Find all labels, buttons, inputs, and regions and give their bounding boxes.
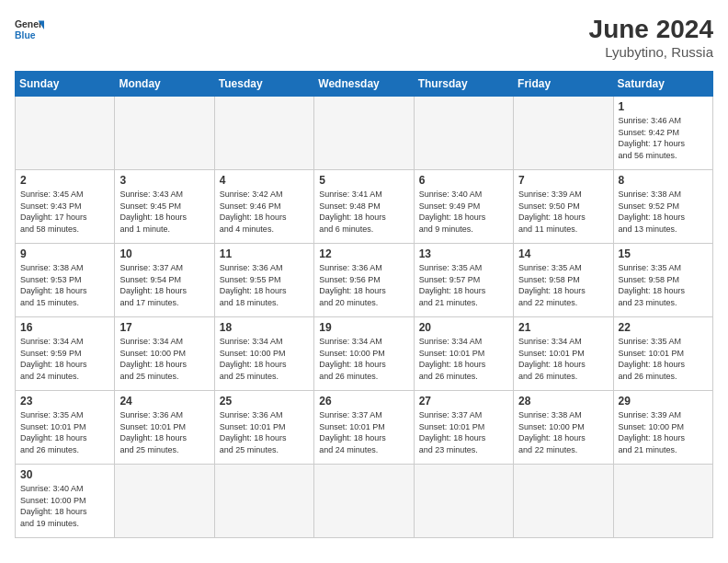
table-row: 1Sunrise: 3:46 AMSunset: 9:42 PMDaylight… bbox=[613, 97, 712, 170]
table-row: 18Sunrise: 3:34 AMSunset: 10:00 PMDaylig… bbox=[214, 317, 313, 391]
header-monday: Monday bbox=[115, 72, 214, 97]
table-row: 20Sunrise: 3:34 AMSunset: 10:01 PMDaylig… bbox=[414, 317, 513, 391]
logo-icon: General Blue bbox=[15, 15, 44, 44]
title-block: June 2024 Lyubytino, Russia bbox=[589, 15, 713, 60]
month-year-title: June 2024 bbox=[589, 15, 713, 44]
table-row bbox=[414, 465, 513, 538]
table-row bbox=[16, 97, 115, 170]
calendar-row: 16Sunrise: 3:34 AMSunset: 9:59 PMDayligh… bbox=[16, 317, 713, 391]
table-row: 9Sunrise: 3:38 AMSunset: 9:53 PMDaylight… bbox=[16, 244, 115, 317]
calendar-row: 30Sunrise: 3:40 AMSunset: 10:00 PMDaylig… bbox=[16, 465, 713, 538]
table-row: 22Sunrise: 3:35 AMSunset: 10:01 PMDaylig… bbox=[613, 317, 712, 391]
table-row: 14Sunrise: 3:35 AMSunset: 9:58 PMDayligh… bbox=[514, 244, 613, 317]
table-row: 24Sunrise: 3:36 AMSunset: 10:01 PMDaylig… bbox=[115, 391, 214, 465]
table-row: 17Sunrise: 3:34 AMSunset: 10:00 PMDaylig… bbox=[115, 317, 214, 391]
header-wednesday: Wednesday bbox=[314, 72, 414, 97]
table-row: 13Sunrise: 3:35 AMSunset: 9:57 PMDayligh… bbox=[414, 244, 513, 317]
header-friday: Friday bbox=[514, 72, 613, 97]
table-row: 7Sunrise: 3:39 AMSunset: 9:50 PMDaylight… bbox=[514, 170, 613, 244]
table-row: 8Sunrise: 3:38 AMSunset: 9:52 PMDaylight… bbox=[613, 170, 712, 244]
table-row: 30Sunrise: 3:40 AMSunset: 10:00 PMDaylig… bbox=[16, 465, 115, 538]
table-row bbox=[214, 465, 313, 538]
table-row: 11Sunrise: 3:36 AMSunset: 9:55 PMDayligh… bbox=[214, 244, 313, 317]
table-row: 10Sunrise: 3:37 AMSunset: 9:54 PMDayligh… bbox=[115, 244, 214, 317]
table-row bbox=[414, 97, 513, 170]
table-row bbox=[214, 97, 313, 170]
table-row: 26Sunrise: 3:37 AMSunset: 10:01 PMDaylig… bbox=[314, 391, 414, 465]
header-tuesday: Tuesday bbox=[214, 72, 313, 97]
table-row bbox=[613, 465, 712, 538]
header-saturday: Saturday bbox=[613, 72, 712, 97]
table-row: 21Sunrise: 3:34 AMSunset: 10:01 PMDaylig… bbox=[514, 317, 613, 391]
table-row bbox=[115, 97, 214, 170]
table-row: 28Sunrise: 3:38 AMSunset: 10:00 PMDaylig… bbox=[514, 391, 613, 465]
table-row: 3Sunrise: 3:43 AMSunset: 9:45 PMDaylight… bbox=[115, 170, 214, 244]
table-row: 16Sunrise: 3:34 AMSunset: 9:59 PMDayligh… bbox=[16, 317, 115, 391]
table-row: 12Sunrise: 3:36 AMSunset: 9:56 PMDayligh… bbox=[314, 244, 414, 317]
svg-text:Blue: Blue bbox=[15, 30, 36, 40]
location-subtitle: Lyubytino, Russia bbox=[589, 44, 713, 60]
calendar-row: 2Sunrise: 3:45 AMSunset: 9:43 PMDaylight… bbox=[16, 170, 713, 244]
header-thursday: Thursday bbox=[414, 72, 513, 97]
table-row: 15Sunrise: 3:35 AMSunset: 9:58 PMDayligh… bbox=[613, 244, 712, 317]
table-row: 2Sunrise: 3:45 AMSunset: 9:43 PMDaylight… bbox=[16, 170, 115, 244]
calendar-row: 1Sunrise: 3:46 AMSunset: 9:42 PMDaylight… bbox=[16, 97, 713, 170]
weekday-header-row: Sunday Monday Tuesday Wednesday Thursday… bbox=[16, 72, 713, 97]
header-sunday: Sunday bbox=[16, 72, 115, 97]
calendar-row: 23Sunrise: 3:35 AMSunset: 10:01 PMDaylig… bbox=[16, 391, 713, 465]
calendar-table: Sunday Monday Tuesday Wednesday Thursday… bbox=[15, 71, 713, 538]
table-row: 5Sunrise: 3:41 AMSunset: 9:48 PMDaylight… bbox=[314, 170, 414, 244]
table-row: 29Sunrise: 3:39 AMSunset: 10:00 PMDaylig… bbox=[613, 391, 712, 465]
table-row: 19Sunrise: 3:34 AMSunset: 10:00 PMDaylig… bbox=[314, 317, 414, 391]
table-row: 27Sunrise: 3:37 AMSunset: 10:01 PMDaylig… bbox=[414, 391, 513, 465]
table-row: 25Sunrise: 3:36 AMSunset: 10:01 PMDaylig… bbox=[214, 391, 313, 465]
table-row: 4Sunrise: 3:42 AMSunset: 9:46 PMDaylight… bbox=[214, 170, 313, 244]
table-row bbox=[314, 465, 414, 538]
logo: General Blue bbox=[15, 15, 44, 44]
table-row bbox=[314, 97, 414, 170]
table-row: 23Sunrise: 3:35 AMSunset: 10:01 PMDaylig… bbox=[16, 391, 115, 465]
table-row bbox=[115, 465, 214, 538]
table-row bbox=[514, 97, 613, 170]
table-row bbox=[514, 465, 613, 538]
table-row: 6Sunrise: 3:40 AMSunset: 9:49 PMDaylight… bbox=[414, 170, 513, 244]
page-header: General Blue June 2024 Lyubytino, Russia bbox=[15, 15, 713, 60]
calendar-row: 9Sunrise: 3:38 AMSunset: 9:53 PMDaylight… bbox=[16, 244, 713, 317]
